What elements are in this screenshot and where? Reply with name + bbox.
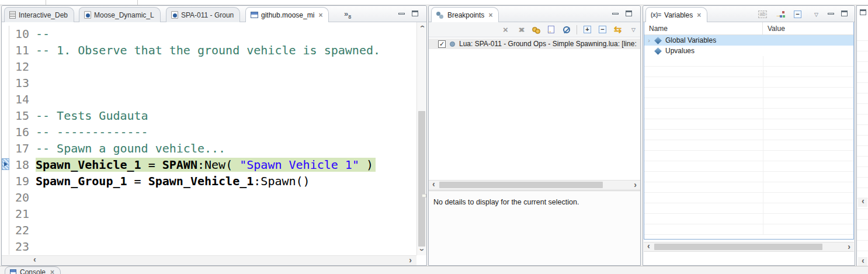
- tab-console[interactable]: Console ×: [5, 266, 61, 274]
- more-tabs-chevron[interactable]: »8: [344, 9, 351, 20]
- code-line-13[interactable]: 13: [2, 75, 416, 91]
- link-with-debug-icon[interactable]: ⇆: [613, 25, 623, 34]
- annotation-gutter[interactable]: [2, 222, 9, 238]
- tab-moose-dynamic-l[interactable]: Moose_Dynamic_L: [79, 7, 161, 22]
- close-icon[interactable]: ×: [488, 11, 492, 19]
- annotation-gutter[interactable]: [2, 173, 9, 189]
- code-line-12[interactable]: 12: [2, 58, 416, 75]
- annotation-gutter[interactable]: [2, 189, 9, 206]
- minimize-button[interactable]: [828, 13, 834, 15]
- annotation-gutter[interactable]: [2, 42, 9, 58]
- code-line-10[interactable]: 10--: [2, 26, 416, 42]
- column-separator: [763, 224, 763, 234]
- code-line-14[interactable]: 14: [2, 91, 416, 107]
- code-line-17[interactable]: 17-- Spawn a gound vehicle...: [2, 140, 416, 157]
- scroll-left-icon[interactable]: ›: [30, 256, 40, 266]
- minimize-button[interactable]: [612, 13, 619, 15]
- remove-all-breakpoints-icon[interactable]: ××: [516, 25, 526, 34]
- breakpoints-horizontal-scrollbar[interactable]: › ›: [429, 180, 640, 190]
- code-line-16[interactable]: 16-- -------------: [2, 124, 416, 140]
- line-number: 10: [9, 27, 30, 41]
- scrollbar-thumb[interactable]: [439, 182, 603, 188]
- code-text: -- -------------: [30, 125, 148, 139]
- view-menu-icon[interactable]: ▽: [814, 12, 818, 18]
- scroll-left-icon[interactable]: ›: [858, 197, 867, 207]
- show-supported-breakpoints-icon[interactable]: [531, 25, 541, 34]
- collapse-all-icon[interactable]: −: [598, 25, 607, 34]
- scroll-right-icon[interactable]: ›: [405, 256, 415, 266]
- breakpoints-panel: Breakpoints × × ×× → + − ⇆ ▽ ✓Lua: SPA-0…: [428, 5, 641, 266]
- annotation-gutter[interactable]: [2, 206, 9, 222]
- variables-rows: ›Global VariablesUpvalues: [644, 35, 853, 56]
- variables-horizontal-scrollbar[interactable]: › ›: [644, 242, 854, 252]
- code-line-21[interactable]: 21: [2, 206, 416, 222]
- show-type-names-icon[interactable]: ab: [758, 9, 768, 19]
- expand-chevron-icon[interactable]: ›: [644, 37, 654, 44]
- editor-horizontal-scrollbar[interactable]: › ›: [2, 255, 416, 265]
- go-to-file-icon[interactable]: →: [546, 25, 556, 34]
- breakpoints-list[interactable]: ✓Lua: SPA-011 - Ground Ops - Simple Spaw…: [429, 37, 640, 180]
- annotation-gutter[interactable]: [2, 238, 9, 255]
- annotation-gutter[interactable]: [2, 140, 9, 157]
- skip-all-breakpoints-icon[interactable]: [561, 25, 571, 34]
- show-logical-structure-icon[interactable]: →: [775, 9, 785, 19]
- sash-handle[interactable]: [422, 194, 426, 197]
- code-line-20[interactable]: 20: [2, 189, 416, 206]
- code-text: [30, 92, 36, 106]
- annotation-gutter[interactable]: [2, 75, 9, 91]
- code-line-11[interactable]: 11-- 1. Observe that the ground vehicle …: [2, 42, 416, 58]
- annotation-gutter[interactable]: [2, 91, 9, 107]
- minimize-button[interactable]: [398, 13, 405, 15]
- scroll-left-icon[interactable]: ›: [429, 181, 439, 190]
- variables-table[interactable]: Name Value ›Global VariablesUpvalues: [644, 22, 854, 240]
- scroll-left-icon[interactable]: ›: [858, 257, 867, 266]
- tab-breakpoints[interactable]: Breakpoints ×: [431, 7, 499, 22]
- scroll-left-icon[interactable]: ›: [644, 242, 654, 252]
- breakpoint-enabled-checkbox[interactable]: ✓: [438, 40, 446, 48]
- scroll-up-icon[interactable]: ›: [417, 22, 427, 32]
- maximize-button[interactable]: [626, 11, 632, 16]
- code-text: Spawn_Vehicle_1 = SPAWN:New( "Spawn Vehi…: [30, 158, 376, 172]
- code-line-23[interactable]: 23: [2, 238, 416, 255]
- scroll-right-icon[interactable]: ›: [844, 242, 854, 252]
- annotation-gutter[interactable]: [2, 58, 9, 75]
- remove-breakpoint-icon[interactable]: ×: [501, 25, 511, 34]
- variable-row-global-variables[interactable]: ›Global Variables: [644, 35, 853, 46]
- maximize-button[interactable]: [841, 11, 848, 16]
- tab-variables[interactable]: (x)= Variables ×: [645, 7, 707, 22]
- maximize-button[interactable]: [860, 9, 866, 15]
- close-icon[interactable]: ×: [697, 11, 701, 19]
- editor-vertical-scrollbar[interactable]: › ›: [416, 22, 426, 255]
- annotation-gutter[interactable]: [2, 157, 9, 173]
- tab-label: SPA-011 - Groun: [181, 11, 234, 19]
- collapse-all-icon[interactable]: −: [793, 9, 803, 19]
- maximize-button[interactable]: [412, 11, 418, 16]
- scrollbar-thumb[interactable]: [654, 244, 822, 250]
- view-menu-icon[interactable]: ▽: [631, 27, 636, 33]
- code-segment-comment: --: [36, 27, 50, 41]
- code-line-19[interactable]: 19Spawn_Group_1 = Spawn_Vehicle_1:Spawn(…: [2, 173, 416, 189]
- line-number: 12: [9, 60, 30, 74]
- variable-row-upvalues[interactable]: Upvalues: [644, 46, 853, 56]
- tab-interactive-deb[interactable]: Interactive_Deb: [4, 7, 74, 22]
- scrollbar-thumb[interactable]: [418, 111, 425, 247]
- code-line-15[interactable]: 15-- Tests Gudauta: [2, 107, 416, 124]
- clipped-side-panel: › ›: [856, 5, 868, 266]
- scroll-right-icon[interactable]: ›: [630, 181, 640, 190]
- code-line-22[interactable]: 22: [2, 222, 416, 238]
- code-line-18[interactable]: 18Spawn_Vehicle_1 = SPAWN:New( "Spawn Ve…: [2, 157, 416, 173]
- close-icon[interactable]: ×: [318, 11, 322, 19]
- tab-spa-011-groun[interactable]: SPA-011 - Groun: [166, 7, 240, 22]
- annotation-gutter[interactable]: [2, 107, 9, 124]
- column-header-value[interactable]: Value: [763, 25, 785, 33]
- annotation-gutter[interactable]: [2, 124, 9, 140]
- annotation-gutter[interactable]: [2, 26, 9, 42]
- column-header-name[interactable]: Name: [644, 22, 763, 34]
- scroll-down-icon[interactable]: ›: [417, 245, 427, 255]
- close-icon[interactable]: ×: [50, 268, 54, 274]
- breakpoint-list-item[interactable]: ✓Lua: SPA-011 - Ground Ops - Simple Spaw…: [429, 39, 640, 49]
- tab-github-moose-mi[interactable]: github.moose_mi×: [245, 7, 329, 22]
- variables-empty-grid: [644, 56, 853, 235]
- code-editor[interactable]: 10--11-- 1. Observe that the ground vehi…: [2, 22, 416, 255]
- expand-all-icon[interactable]: +: [582, 25, 592, 34]
